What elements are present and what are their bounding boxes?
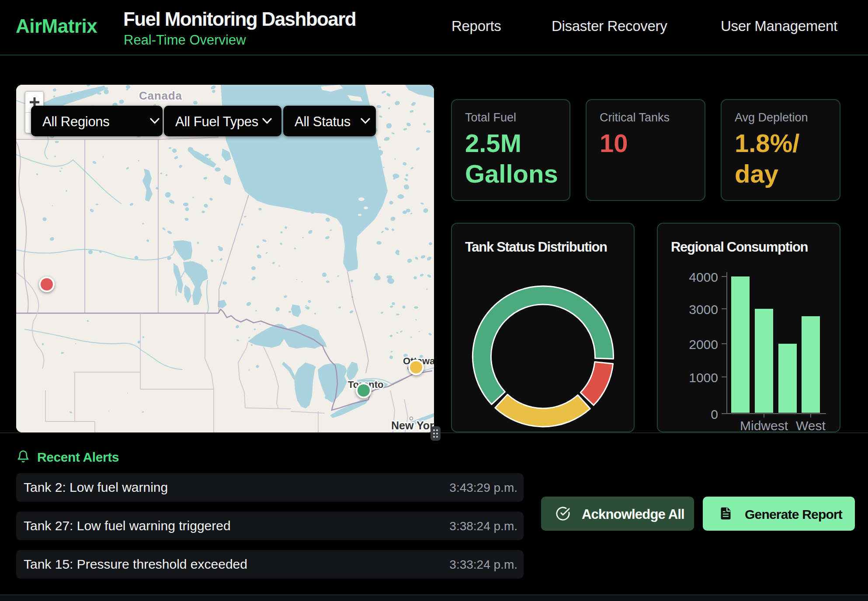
svg-text:New York: New York — [391, 419, 434, 432]
svg-text:Canada: Canada — [139, 89, 182, 102]
